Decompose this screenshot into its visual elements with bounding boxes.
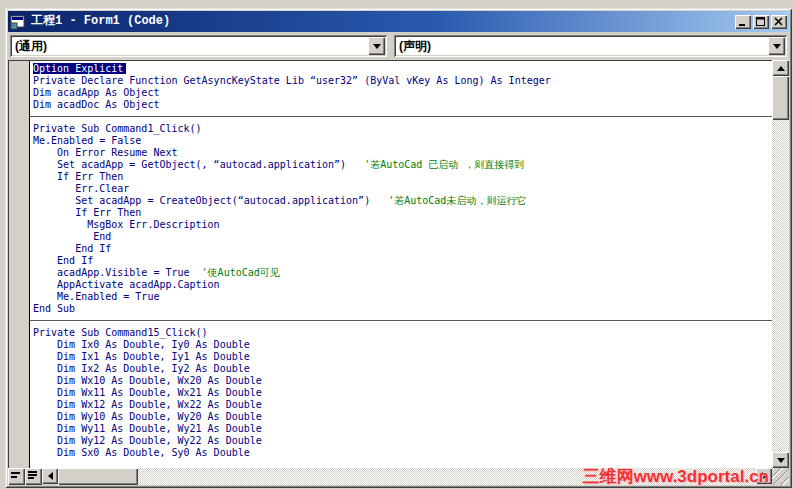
code-line[interactable]: AppActivate acadApp.Caption	[33, 279, 772, 291]
object-combo-value: (通用)	[12, 38, 368, 55]
arrow-left-icon	[44, 472, 53, 480]
code-line[interactable]: MsgBox Err.Description	[33, 219, 772, 231]
procedure-view-button[interactable]	[8, 468, 25, 485]
code-line[interactable]: Set acadApp = GetObject(, “autocad.appli…	[33, 159, 772, 171]
vertical-scrollbar-thumb[interactable]	[772, 76, 789, 120]
code-line[interactable]: Option Explicit	[33, 63, 772, 75]
code-line[interactable]: On Error Resume Next	[33, 147, 772, 159]
horizontal-scrollbar-thumb[interactable]	[58, 468, 138, 485]
code-line[interactable]: Set acadApp = CreateObject(“autocad.appl…	[33, 195, 772, 207]
code-editor[interactable]: Option ExplicitPrivate Declare Function …	[30, 61, 772, 468]
close-icon	[774, 17, 784, 27]
procedure-combo-value: (声明)	[396, 38, 768, 55]
code-line[interactable]: Dim acadDoc As Object	[33, 99, 772, 111]
code-line[interactable]: Dim Wy12 As Double, Wy22 As Double	[33, 435, 772, 447]
resize-grip[interactable]	[772, 468, 789, 485]
code-line[interactable]: If Err Then	[33, 171, 772, 183]
scroll-left-button[interactable]	[42, 468, 58, 484]
code-line[interactable]: Dim Wx11 As Double, Wx21 As Double	[33, 387, 772, 399]
title-bar[interactable]: 工程1 - Form1 (Code)	[8, 11, 789, 32]
code-line[interactable]: If Err Then	[33, 207, 772, 219]
chevron-down-icon	[773, 44, 781, 53]
code-line[interactable]: Dim Ix0 As Double, Iy0 As Double	[33, 339, 772, 351]
code-content: Option ExplicitPrivate Declare Function …	[8, 60, 789, 468]
vertical-scrollbar[interactable]	[772, 60, 789, 468]
vertical-scrollbar-track[interactable]	[772, 120, 789, 452]
scroll-down-button[interactable]	[772, 452, 789, 468]
close-button[interactable]	[771, 15, 787, 29]
arrow-right-icon	[762, 472, 771, 480]
procedure-separator	[33, 315, 772, 327]
code-line[interactable]: Dim Wy11 As Double, Wy21 As Double	[33, 423, 772, 435]
scroll-right-button[interactable]	[756, 468, 772, 484]
code-line[interactable]: Dim Ix1 As Double, Iy1 As Double	[33, 351, 772, 363]
code-line[interactable]: Dim Wx12 As Double, Wx22 As Double	[33, 399, 772, 411]
code-line[interactable]: acadApp.Visible = True '使AutoCad可见	[33, 267, 772, 279]
minimize-icon	[738, 17, 748, 27]
procedure-combo-dropdown-button[interactable]	[768, 37, 785, 55]
combo-row: (通用) (声明)	[8, 32, 789, 60]
code-line[interactable]: End Sub	[33, 303, 772, 315]
code-line[interactable]: Dim Wy10 As Double, Wy20 As Double	[33, 411, 772, 423]
arrow-up-icon	[777, 62, 785, 71]
procedure-view-icon	[8, 468, 23, 483]
code-line[interactable]: Dim Wx10 As Double, Wx20 As Double	[33, 375, 772, 387]
horizontal-scrollbar[interactable]	[8, 468, 772, 485]
margin-indicator-bar[interactable]	[9, 61, 30, 468]
code-viewport: Option ExplicitPrivate Declare Function …	[8, 60, 772, 468]
full-module-view-button[interactable]	[25, 468, 42, 485]
window-controls	[735, 15, 787, 29]
maximize-icon	[756, 17, 766, 27]
code-line[interactable]: Private Sub Command15_Click()	[33, 327, 772, 339]
code-line[interactable]: Dim acadApp As Object	[33, 87, 772, 99]
chevron-down-icon	[373, 44, 381, 53]
code-line[interactable]: End	[33, 231, 772, 243]
arrow-down-icon	[777, 458, 785, 467]
code-line[interactable]: Private Sub Command1_Click()	[33, 123, 772, 135]
scroll-up-button[interactable]	[772, 60, 789, 76]
code-line[interactable]: Dim Ix2 As Double, Iy2 As Double	[33, 363, 772, 375]
object-combo-dropdown-button[interactable]	[368, 37, 385, 55]
maximize-button[interactable]	[753, 15, 769, 29]
procedure-separator	[33, 111, 772, 123]
minimize-button[interactable]	[735, 15, 751, 29]
horizontal-scrollbar-track[interactable]	[138, 468, 756, 485]
code-line[interactable]: Me.Enabled = False	[33, 135, 772, 147]
code-window: 工程1 - Form1 (Code) (通用)	[5, 8, 792, 488]
code-line[interactable]: End If	[33, 255, 772, 267]
procedure-combo[interactable]: (声明)	[394, 35, 787, 57]
code-line[interactable]: Me.Enabled = True	[33, 291, 772, 303]
object-combo[interactable]: (通用)	[10, 35, 387, 57]
code-line[interactable]: End If	[33, 243, 772, 255]
window-title: 工程1 - Form1 (Code)	[31, 11, 731, 32]
full-module-view-icon	[25, 468, 40, 483]
form-code-window-icon[interactable]	[10, 14, 26, 30]
bottom-bar	[8, 468, 789, 485]
code-line[interactable]: Err.Clear	[33, 183, 772, 195]
mdi-background: 工程1 - Form1 (Code) (通用)	[0, 0, 793, 489]
code-lines: Option ExplicitPrivate Declare Function …	[33, 63, 772, 459]
code-line[interactable]: Dim Sx0 As Double, Sy0 As Double	[33, 447, 772, 459]
code-line[interactable]: Private Declare Function GetAsyncKeyStat…	[33, 75, 772, 87]
